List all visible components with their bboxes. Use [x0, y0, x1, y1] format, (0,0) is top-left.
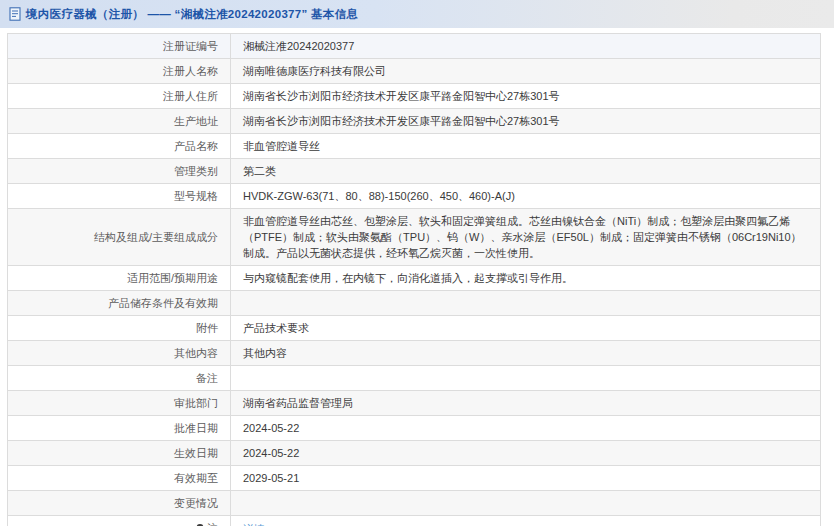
row-label: 管理类别	[8, 159, 231, 184]
table-row: 备注	[8, 366, 821, 391]
row-label: 注册人住所	[8, 84, 231, 109]
row-label: 变更情况	[8, 491, 231, 516]
table-row: 产品名称 非血管腔道导丝	[8, 134, 821, 159]
registration-info-table: 注册证编号 湘械注准20242020377 注册人名称 湖南唯德康医疗科技有限公…	[7, 33, 821, 526]
document-icon	[9, 7, 21, 21]
row-label: 型号规格	[8, 184, 231, 209]
row-value	[231, 291, 821, 316]
row-label: 附件	[8, 316, 231, 341]
row-label: 产品储存条件及有效期	[8, 291, 231, 316]
row-value: 湘械注准20242020377	[231, 34, 821, 59]
row-value: HVDK-ZGW-63(71、80、88)-150(260、450、460)-A…	[231, 184, 821, 209]
row-label: 结构及组成/主要组成成分	[8, 209, 231, 266]
row-value	[231, 491, 821, 516]
note-row-label: 注	[8, 516, 231, 526]
row-value: 其他内容	[231, 341, 821, 366]
row-label: 批准日期	[8, 416, 231, 441]
row-value: 2024-05-22	[231, 441, 821, 466]
page-header: 境内医疗器械（注册） —— “湘械注准20242020377” 基本信息	[0, 0, 834, 28]
row-label: 生效日期	[8, 441, 231, 466]
row-label: 生产地址	[8, 109, 231, 134]
table-row: 注册证编号 湘械注准20242020377	[8, 34, 821, 59]
row-label: 产品名称	[8, 134, 231, 159]
row-value: 湖南省长沙市浏阳市经济技术开发区康平路金阳智中心27栋301号	[231, 84, 821, 109]
row-value: 湖南唯德康医疗科技有限公司	[231, 59, 821, 84]
table-row: 适用范围/预期用途 与内窥镜配套使用，在内镜下，向消化道插入，起支撑或引导作用。	[8, 266, 821, 291]
row-value: 与内窥镜配套使用，在内镜下，向消化道插入，起支撑或引导作用。	[231, 266, 821, 291]
row-label: 适用范围/预期用途	[8, 266, 231, 291]
table-row: 产品储存条件及有效期	[8, 291, 821, 316]
table-row: 变更情况	[8, 491, 821, 516]
table-row: 附件 产品技术要求	[8, 316, 821, 341]
row-label: 其他内容	[8, 341, 231, 366]
table-row: 结构及组成/主要组成成分 非血管腔道导丝由芯丝、包塑涂层、软头和固定弹簧组成。芯…	[8, 209, 821, 266]
row-label: 备注	[8, 366, 231, 391]
row-value: 2024-05-22	[231, 416, 821, 441]
table-row: 注册人住所 湖南省长沙市浏阳市经济技术开发区康平路金阳智中心27栋301号	[8, 84, 821, 109]
row-value: 湖南省药品监督管理局	[231, 391, 821, 416]
note-row-value: 详情	[231, 516, 821, 526]
row-value: 第二类	[231, 159, 821, 184]
table-row: 批准日期 2024-05-22	[8, 416, 821, 441]
row-label: 审批部门	[8, 391, 231, 416]
table-row: 其他内容 其他内容	[8, 341, 821, 366]
note-label-text: 注	[207, 520, 218, 526]
page-title: 境内医疗器械（注册） —— “湘械注准20242020377” 基本信息	[26, 7, 358, 22]
table-row: 审批部门 湖南省药品监督管理局	[8, 391, 821, 416]
row-value: 非血管腔道导丝由芯丝、包塑涂层、软头和固定弹簧组成。芯丝由镍钛合金（NiTi）制…	[231, 209, 821, 266]
table-row: 型号规格 HVDK-ZGW-63(71、80、88)-150(260、450、4…	[8, 184, 821, 209]
table-row: 有效期至 2029-05-21	[8, 466, 821, 491]
table-row: 生产地址 湖南省长沙市浏阳市经济技术开发区康平路金阳智中心27栋301号	[8, 109, 821, 134]
row-label: 注册证编号	[8, 34, 231, 59]
table-row: 注册人名称 湖南唯德康医疗科技有限公司	[8, 59, 821, 84]
table-row: 生效日期 2024-05-22	[8, 441, 821, 466]
row-value: 湖南省长沙市浏阳市经济技术开发区康平路金阳智中心27栋301号	[231, 109, 821, 134]
row-value: 2029-05-21	[231, 466, 821, 491]
row-value: 非血管腔道导丝	[231, 134, 821, 159]
row-value	[231, 366, 821, 391]
row-value: 产品技术要求	[231, 316, 821, 341]
row-label: 注册人名称	[8, 59, 231, 84]
table-row: 管理类别 第二类	[8, 159, 821, 184]
table-row-note: 注 详情	[8, 516, 821, 526]
row-label: 有效期至	[8, 466, 231, 491]
